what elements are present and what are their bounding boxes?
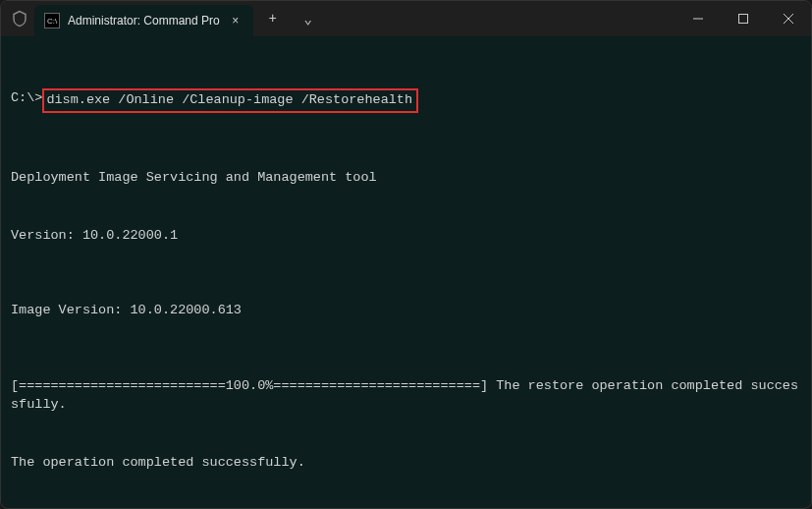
command-highlight-dism: dism.exe /Online /Cleanup-image /Restore… [42,88,418,113]
titlebar[interactable]: C:\ Administrator: Command Pro × + ⌄ [1,1,811,36]
tab-close-button[interactable]: × [228,13,244,28]
window-controls [676,1,811,36]
tab-dropdown-button[interactable]: ⌄ [293,3,324,34]
terminal-output[interactable]: C:\>dism.exe /Online /Cleanup-image /Res… [1,36,811,508]
cmd-icon: C:\ [44,13,60,28]
maximize-button[interactable] [721,1,766,36]
prompt-prefix: C:\> [11,88,42,108]
minimize-button[interactable] [676,1,721,36]
prompt-line-1: C:\>dism.exe /Online /Cleanup-image /Res… [11,88,801,113]
output-line: Image Version: 10.0.22000.613 [11,301,801,320]
svg-rect-1 [739,15,748,24]
tab-title: Administrator: Command Pro [68,14,220,28]
output-line: The operation completed successfully. [11,453,801,473]
new-tab-button[interactable]: + [257,3,289,34]
tab-active[interactable]: C:\ Administrator: Command Pro × [34,5,253,36]
close-window-button[interactable] [766,1,811,36]
shield-icon [11,10,28,28]
output-line: Deployment Image Servicing and Managemen… [11,168,801,188]
terminal-window: C:\ Administrator: Command Pro × + ⌄ C:\… [0,0,812,509]
progress-line: [==========================100.0%=======… [11,376,801,415]
output-line: Version: 10.0.22000.1 [11,226,801,246]
